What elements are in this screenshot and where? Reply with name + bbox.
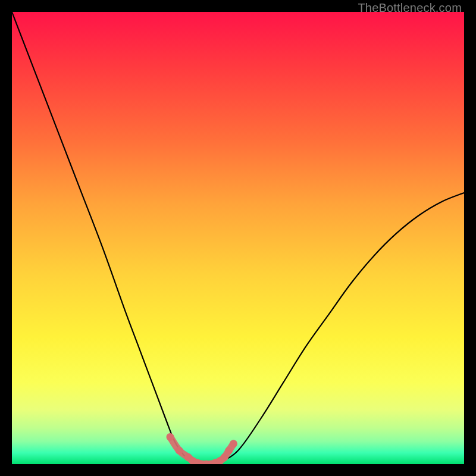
marker-dot [176,447,183,455]
marker-dot [198,461,206,465]
flat-bottom-markers [170,437,233,464]
marker-dot [230,440,237,447]
curve-svg [12,12,464,464]
marker-dot [221,453,228,461]
marker-dot [207,461,215,465]
watermark-text: TheBottleneck.com [358,1,462,15]
bottleneck-curve [12,12,464,464]
marker-dot [225,447,233,455]
marker-dot [167,433,174,441]
marker-dot [184,453,192,461]
plot-area [12,12,464,464]
marker-dot [189,457,197,464]
marker-dots [167,433,237,464]
marker-dot [216,457,224,464]
chart-frame: TheBottleneck.com [0,0,476,476]
marker-dot [193,459,201,464]
marker-dot [212,459,220,464]
marker-dot [202,461,210,465]
